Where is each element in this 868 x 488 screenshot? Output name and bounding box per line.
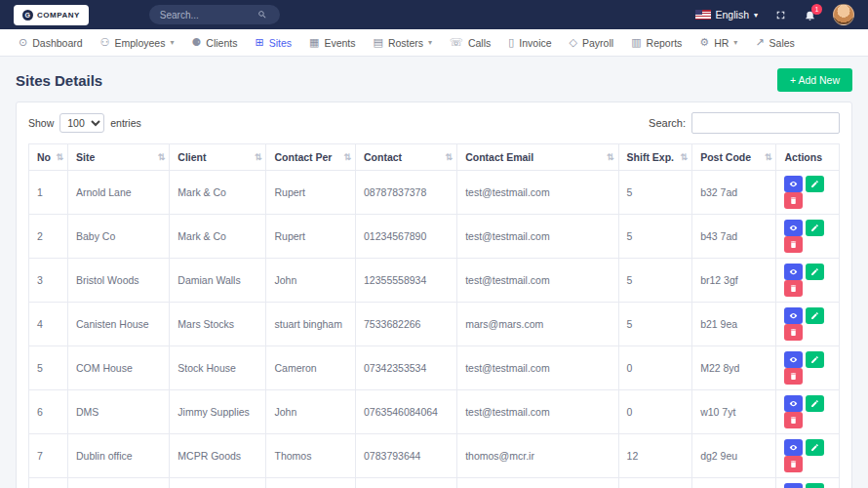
- cell-shift: 5: [618, 215, 692, 259]
- table-header-row: No⇅Site⇅Client⇅Contact Per⇅Contact⇅Conta…: [29, 144, 840, 171]
- view-button[interactable]: [784, 264, 803, 280]
- edit-button[interactable]: [806, 307, 824, 324]
- cell-contact_person: John: [266, 259, 356, 303]
- edit-button[interactable]: [806, 220, 824, 236]
- chevron-down-icon: ▾: [428, 38, 432, 47]
- page-head: Sites Details + Add New: [0, 57, 868, 102]
- delete-button[interactable]: [784, 412, 803, 428]
- nav-item-dashboard[interactable]: ⊙Dashboard: [10, 29, 92, 56]
- view-button[interactable]: [784, 176, 803, 192]
- sort-icon[interactable]: ⇅: [607, 152, 614, 162]
- nav-item-label: Dashboard: [32, 37, 82, 49]
- language-selector[interactable]: English ▾: [695, 9, 758, 20]
- sort-icon[interactable]: ⇅: [158, 152, 166, 162]
- view-button[interactable]: [784, 307, 803, 324]
- delete-button[interactable]: [784, 280, 803, 297]
- dashboard-icon: ⊙: [19, 37, 27, 48]
- view-button[interactable]: [784, 439, 803, 456]
- add-new-button[interactable]: + Add New: [777, 68, 852, 92]
- nav-item-reports[interactable]: ▥Reports: [622, 29, 690, 56]
- delete-button[interactable]: [784, 368, 803, 385]
- column-header-site[interactable]: Site⇅: [68, 144, 170, 171]
- notifications-button[interactable]: 1: [804, 9, 816, 21]
- delete-button[interactable]: [784, 456, 803, 472]
- nav-item-rosters[interactable]: ▤Rosters▾: [365, 29, 442, 56]
- view-button[interactable]: [784, 351, 803, 368]
- nav-item-label: Sales: [769, 37, 795, 49]
- fullscreen-button[interactable]: [774, 9, 787, 21]
- invoice-icon: ▯: [508, 37, 514, 48]
- column-header-contact_person[interactable]: Contact Per⇅: [266, 144, 356, 171]
- edit-button[interactable]: [806, 395, 824, 412]
- nav-item-calls[interactable]: ☏Calls: [441, 29, 499, 56]
- delete-button[interactable]: [784, 192, 803, 209]
- nav-item-label: Payroll: [582, 37, 613, 49]
- nav-item-payroll[interactable]: ◇Payroll: [561, 29, 623, 56]
- global-search-input[interactable]: [158, 9, 257, 21]
- company-logo[interactable]: G COMPANY: [14, 5, 89, 25]
- sort-icon[interactable]: ⇅: [681, 152, 689, 162]
- cell-no: 1: [29, 171, 68, 215]
- table-row: 1Arnold LaneMark & CoRupert08787837378te…: [29, 171, 840, 215]
- trash-icon: [789, 460, 798, 468]
- sort-icon[interactable]: ⇅: [56, 152, 63, 162]
- chevron-down-icon: ▾: [170, 38, 174, 47]
- sort-icon[interactable]: ⇅: [255, 152, 262, 162]
- delete-button[interactable]: [784, 324, 803, 341]
- entries-label: entries: [110, 117, 141, 129]
- pencil-icon: [810, 443, 819, 452]
- cell-client: Mars Stocks: [170, 303, 266, 346]
- cell-contact_person: John: [266, 390, 356, 434]
- trash-icon: [789, 328, 798, 337]
- edit-button[interactable]: [806, 483, 824, 488]
- nav-item-events[interactable]: ▦Events: [300, 29, 365, 56]
- cell-no: 2: [29, 215, 68, 259]
- nav-item-sales[interactable]: ↗Sales: [746, 29, 803, 56]
- cell-shift: 12: [618, 434, 692, 478]
- cell-email: test@testmail.com: [457, 171, 618, 215]
- entries-select[interactable]: 100: [59, 113, 104, 133]
- nav-item-clients[interactable]: ⚈Clients: [182, 29, 246, 56]
- edit-button[interactable]: [806, 176, 824, 192]
- column-header-email[interactable]: Contact Email⇅: [457, 144, 618, 171]
- trash-icon: [789, 196, 798, 205]
- nav-item-hr[interactable]: ⚙HR▾: [690, 29, 746, 56]
- cell-actions: [776, 303, 840, 346]
- eye-icon: [789, 180, 798, 188]
- sort-icon[interactable]: ⇅: [343, 152, 351, 162]
- nav-item-sites[interactable]: ⊞Sites: [246, 29, 300, 56]
- cell-contact: 01234567655: [356, 478, 457, 488]
- nav-item-label: Reports: [647, 37, 683, 49]
- pencil-icon: [810, 267, 819, 276]
- view-button[interactable]: [784, 395, 803, 412]
- column-header-no[interactable]: No⇅: [29, 144, 68, 171]
- cell-shift: 10: [618, 478, 692, 488]
- main-nav: ⊙Dashboard⚇Employees▾⚈Clients⊞Sites▦Even…: [0, 29, 868, 57]
- cell-actions: [776, 390, 840, 434]
- cell-site: Baby Co: [68, 215, 170, 259]
- table-row: 3Bristol WoodsDamian WallsJohn1235555893…: [29, 259, 840, 303]
- column-header-contact[interactable]: Contact⇅: [356, 144, 457, 171]
- sort-icon[interactable]: ⇅: [765, 152, 772, 162]
- column-header-shift[interactable]: Shift Exp.⇅: [618, 144, 692, 171]
- view-button[interactable]: [784, 220, 803, 236]
- cell-actions: [776, 346, 840, 390]
- cell-client: MCPR Goods: [170, 434, 266, 478]
- edit-button[interactable]: [806, 264, 824, 280]
- column-header-postcode[interactable]: Post Code⇅: [692, 144, 776, 171]
- view-button[interactable]: [784, 483, 803, 488]
- nav-item-label: Rosters: [388, 37, 423, 49]
- avatar[interactable]: [833, 4, 854, 25]
- search-icon[interactable]: [257, 10, 267, 20]
- nav-item-employees[interactable]: ⚇Employees▾: [92, 29, 183, 56]
- eye-icon: [789, 224, 798, 232]
- edit-button[interactable]: [806, 351, 824, 368]
- global-search[interactable]: [149, 5, 280, 24]
- nav-item-invoice[interactable]: ▯Invoice: [499, 29, 560, 56]
- events-icon: ▦: [309, 37, 319, 48]
- delete-button[interactable]: [784, 236, 803, 253]
- sort-icon[interactable]: ⇅: [446, 152, 454, 162]
- column-header-client[interactable]: Client⇅: [170, 144, 266, 171]
- edit-button[interactable]: [806, 439, 824, 456]
- table-search-input[interactable]: [691, 112, 840, 134]
